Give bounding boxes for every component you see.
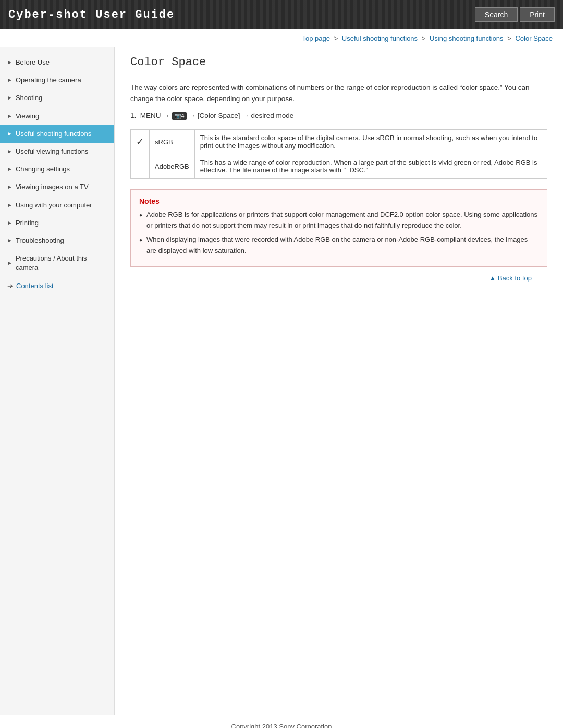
- notes-title: Notes: [139, 197, 538, 205]
- breadcrumb-using-shooting[interactable]: Using shooting functions: [430, 34, 504, 42]
- print-button[interactable]: Print: [520, 7, 555, 22]
- sidebar-item-viewing[interactable]: ► Viewing: [0, 107, 114, 125]
- adobergb-empty-cell: [131, 154, 150, 179]
- step-instruction: 1. MENU → 📷4 → [Color Space] → desired m…: [130, 112, 547, 120]
- sidebar-label-viewing-tv: Viewing images on a TV: [16, 182, 89, 192]
- sidebar-item-useful-viewing[interactable]: ► Useful viewing functions: [0, 143, 114, 161]
- sidebar-item-changing-settings[interactable]: ► Changing settings: [0, 161, 114, 178]
- sidebar-label-useful-viewing: Useful viewing functions: [16, 147, 88, 156]
- header: Cyber-shot User Guide Search Print: [0, 0, 563, 29]
- footer: Copyright 2013 Sony Corporation 126: [0, 715, 563, 728]
- sidebar-item-before-use[interactable]: ► Before Use: [0, 54, 114, 71]
- back-to-top-link[interactable]: ▲ Back to top: [489, 274, 532, 282]
- breadcrumb-sep-1: >: [334, 34, 340, 42]
- arrow-icon-computer: ►: [7, 202, 13, 209]
- sidebar-label-changing-settings: Changing settings: [16, 165, 70, 174]
- copyright-text: Copyright 2013 Sony Corporation: [231, 723, 332, 728]
- back-to-top-bar: ▲ Back to top: [130, 267, 547, 286]
- color-space-table: ✓ sRGB This is the standard color space …: [130, 129, 547, 179]
- note-item-2: When displaying images that were recorde…: [139, 235, 538, 256]
- sidebar-label-computer: Using with your computer: [16, 201, 92, 210]
- arrow-icon-before-use: ►: [7, 59, 13, 66]
- arrow-icon-precautions: ►: [7, 260, 13, 267]
- note-item-1: Adobe RGB is for applications or printer…: [139, 209, 538, 231]
- sidebar-label-precautions: Precautions / About this camera: [16, 254, 107, 273]
- sidebar-label-useful-shooting: Useful shooting functions: [16, 129, 91, 139]
- arrow-icon-useful-shooting: ►: [7, 130, 13, 138]
- adobergb-desc-cell: This has a wide range of color reproduct…: [194, 154, 547, 179]
- page-title: Color Space: [130, 56, 547, 73]
- app-title: Cyber-shot User Guide: [8, 8, 175, 21]
- sidebar-item-troubleshooting[interactable]: ► Troubleshooting: [0, 232, 114, 250]
- breadcrumb: Top page > Useful shooting functions > U…: [0, 29, 563, 47]
- camera-menu-icon: 📷4: [172, 112, 187, 120]
- sidebar-item-printing[interactable]: ► Printing: [0, 214, 114, 232]
- sidebar-label-before-use: Before Use: [16, 58, 50, 67]
- sidebar-item-precautions[interactable]: ► Precautions / About this camera: [0, 250, 114, 277]
- sidebar: ► Before Use ► Operating the camera ► Sh…: [0, 47, 115, 715]
- notes-box: Notes Adobe RGB is for applications or p…: [130, 189, 547, 267]
- arrow-icon-changing-settings: ►: [7, 166, 13, 173]
- sidebar-item-operating[interactable]: ► Operating the camera: [0, 71, 114, 89]
- srgb-name-cell: sRGB: [150, 130, 195, 154]
- sidebar-item-computer[interactable]: ► Using with your computer: [0, 196, 114, 214]
- arrow-icon-troubleshooting: ►: [7, 237, 13, 244]
- arrow-icon-viewing: ►: [7, 113, 13, 120]
- sidebar-label-viewing: Viewing: [16, 112, 39, 121]
- arrow-icon-printing: ►: [7, 219, 13, 227]
- intro-paragraph: The way colors are represented with comb…: [130, 82, 547, 104]
- notes-list: Adobe RGB is for applications or printer…: [139, 209, 538, 256]
- breadcrumb-top-page[interactable]: Top page: [302, 34, 331, 42]
- arrow-icon-useful-viewing: ►: [7, 148, 13, 155]
- arrow-icon-viewing-tv: ►: [7, 183, 13, 191]
- table-row-srgb: ✓ sRGB This is the standard color space …: [131, 130, 547, 154]
- sidebar-label-operating: Operating the camera: [16, 76, 81, 85]
- table-row-adobergb: AdobeRGB This has a wide range of color …: [131, 154, 547, 179]
- breadcrumb-color-space[interactable]: Color Space: [515, 34, 553, 42]
- contents-list-link[interactable]: ➔ Contents list: [0, 277, 114, 295]
- srgb-desc-cell: This is the standard color space of the …: [194, 130, 547, 154]
- srgb-check-cell: ✓: [131, 130, 150, 154]
- copyright-bar: Copyright 2013 Sony Corporation: [0, 715, 563, 728]
- arrow-icon-operating: ►: [7, 77, 13, 84]
- breadcrumb-sep-3: >: [507, 34, 513, 42]
- breadcrumb-sep-2: >: [422, 34, 427, 42]
- sidebar-label-shooting: Shooting: [16, 93, 42, 103]
- main-layout: ► Before Use ► Operating the camera ► Sh…: [0, 47, 563, 715]
- header-buttons: Search Print: [475, 7, 555, 22]
- breadcrumb-useful-shooting[interactable]: Useful shooting functions: [342, 34, 418, 42]
- search-button[interactable]: Search: [475, 7, 518, 22]
- sidebar-item-useful-shooting[interactable]: ► Useful shooting functions: [0, 125, 114, 143]
- sidebar-label-troubleshooting: Troubleshooting: [16, 236, 64, 245]
- arrow-icon-shooting: ►: [7, 94, 13, 102]
- contents-arrow-icon: ➔: [7, 282, 13, 290]
- sidebar-item-viewing-tv[interactable]: ► Viewing images on a TV: [0, 178, 114, 196]
- sidebar-label-printing: Printing: [16, 218, 39, 228]
- adobergb-name-cell: AdobeRGB: [150, 154, 195, 179]
- srgb-checkmark-icon: ✓: [136, 137, 144, 147]
- contents-list-label: Contents list: [16, 282, 54, 290]
- sidebar-item-shooting[interactable]: ► Shooting: [0, 89, 114, 107]
- main-content: Color Space The way colors are represent…: [115, 47, 563, 715]
